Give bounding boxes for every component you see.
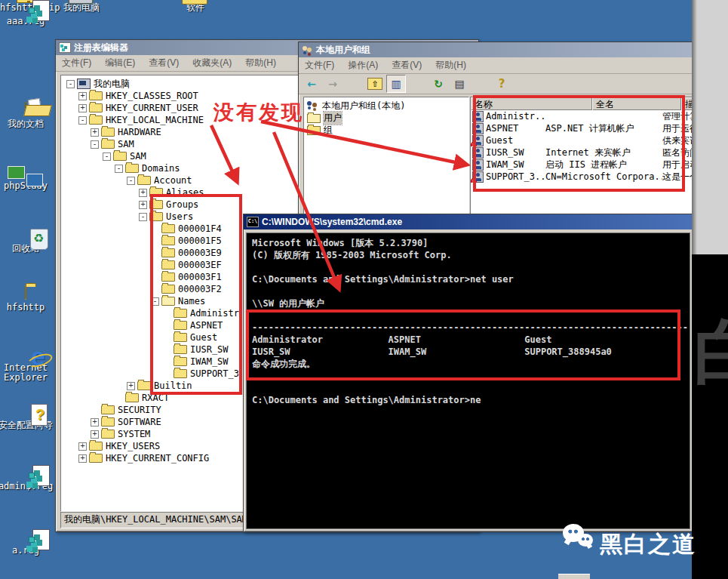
tree-expander-icon[interactable] bbox=[91, 140, 99, 149]
tree-expander-icon[interactable] bbox=[139, 189, 147, 197]
desktop-icon[interactable]: admin$.reg bbox=[0, 465, 54, 492]
tree-node-label: Domains bbox=[142, 163, 180, 174]
tree-node-icon bbox=[101, 417, 115, 427]
toolbar-button-icon[interactable] bbox=[492, 75, 511, 93]
right-edge-black-strip: 白 bbox=[692, 254, 728, 579]
menu-item[interactable]: 帮助(H) bbox=[245, 57, 276, 69]
user-icon: ✕ bbox=[472, 159, 484, 171]
menu-item[interactable]: 查看(V) bbox=[392, 59, 422, 72]
menu-item[interactable]: 操作(A) bbox=[348, 59, 378, 72]
console-tree-row[interactable]: 组 bbox=[304, 124, 468, 136]
tree-node-icon bbox=[89, 115, 103, 125]
tree-node-icon bbox=[174, 321, 187, 330]
tree-expander-icon[interactable] bbox=[103, 152, 111, 161]
toolbar-button-icon[interactable] bbox=[407, 75, 427, 93]
tree-indent bbox=[64, 144, 88, 145]
tree-node-label: SECURITY bbox=[118, 405, 161, 415]
tree-expander-icon[interactable] bbox=[78, 104, 87, 112]
desktop-icon-label: hfshttp bbox=[7, 303, 45, 313]
tree-node-icon bbox=[89, 103, 103, 112]
cmd-window: C:\ C:\WINDOWS\system32\cmd.exe Microsof… bbox=[243, 214, 693, 532]
tree-indent bbox=[64, 96, 76, 97]
tree-indent bbox=[64, 192, 137, 193]
tree-node-label: Builtin bbox=[154, 380, 192, 391]
tree-node-label: Users bbox=[166, 211, 193, 222]
user-fullname: Internet 来宾帐户 bbox=[545, 146, 662, 159]
tree-node-label: SAM bbox=[130, 151, 146, 162]
user-list-row[interactable]: ✕IUSR_SW Internet 来宾帐户 匿名访问 bbox=[471, 146, 704, 159]
tree-indent bbox=[64, 434, 88, 435]
tree-expander-icon[interactable] bbox=[127, 177, 135, 185]
desktop-icon-art bbox=[68, 0, 94, 5]
toolbar-button-icon[interactable] bbox=[344, 75, 364, 93]
desktop-icon[interactable]: 软件 bbox=[149, 0, 241, 23]
tree-expander-icon[interactable] bbox=[78, 454, 87, 463]
tree-node-label: 000003F1 bbox=[178, 272, 222, 282]
tree-expander-icon[interactable] bbox=[91, 430, 99, 439]
chat-bubble-small-icon bbox=[578, 534, 593, 547]
tree-indent bbox=[64, 301, 149, 302]
lusrmgr-titlebar[interactable]: 本地用户和组 bbox=[299, 42, 706, 57]
user-list-row[interactable]: ✕SUPPORT_3... CN=Microsoft Corpora... 这是… bbox=[471, 171, 704, 183]
toolbar-button-icon[interactable] bbox=[386, 75, 406, 93]
toolbar-button-icon[interactable] bbox=[450, 75, 469, 93]
tree-expander-icon[interactable] bbox=[139, 213, 147, 221]
toolbar-button-icon[interactable] bbox=[429, 75, 448, 93]
tree-node-icon bbox=[161, 285, 175, 294]
menu-item[interactable]: 查看(V) bbox=[149, 57, 179, 69]
user-list-row[interactable]: ✕IWAM_SW 启动 IIS 进程帐户 用于启动 bbox=[471, 159, 704, 171]
tree-expander-icon[interactable] bbox=[91, 128, 99, 137]
tree-node-icon bbox=[174, 309, 187, 318]
cmd-console[interactable]: Microsoft Windows [版本 5.2.3790] (C) 版权所有… bbox=[246, 233, 690, 529]
desktop-icon[interactable]: aaa.reg bbox=[0, 0, 54, 27]
cmd-titlebar[interactable]: C:\ C:\WINDOWS\system32\cmd.exe bbox=[244, 214, 693, 229]
tree-indent bbox=[64, 180, 124, 181]
menu-item[interactable]: 文件(F) bbox=[305, 59, 334, 72]
toolbar-button-icon[interactable] bbox=[323, 75, 342, 93]
tree-node-icon bbox=[89, 442, 103, 451]
console-tree-row[interactable]: 本地用户和组(本地) bbox=[304, 100, 468, 112]
user-list-row[interactable]: ✕ASPNET ASP.NET 计算机帐户 用于运行 bbox=[471, 122, 704, 134]
desktop-icon-art bbox=[25, 102, 26, 116]
lusrmgr-title: 本地用户和组 bbox=[316, 44, 370, 57]
tree-indent bbox=[64, 446, 76, 447]
tree-indent bbox=[64, 205, 137, 205]
menu-item[interactable]: 收藏夹(A) bbox=[192, 57, 232, 69]
tree-indent bbox=[64, 229, 149, 229]
column-header[interactable]: 名称 bbox=[471, 97, 592, 110]
tree-expander-icon[interactable] bbox=[78, 116, 87, 125]
tree-expander-icon[interactable] bbox=[115, 165, 123, 173]
tree-expander-icon[interactable] bbox=[91, 418, 99, 427]
toolbar-button-icon[interactable] bbox=[302, 75, 321, 93]
tree-node-icon bbox=[89, 454, 103, 463]
desktop-icon[interactable]: 我的文档 bbox=[0, 103, 54, 130]
toolbar-button-icon[interactable] bbox=[471, 75, 490, 93]
toolbar-button-icon[interactable] bbox=[367, 78, 382, 90]
menu-item[interactable]: 帮助(H) bbox=[435, 59, 466, 72]
tree-expander-icon[interactable] bbox=[66, 80, 75, 88]
tree-node-icon bbox=[149, 212, 163, 221]
desktop-icon[interactable]: 我的电脑 bbox=[59, 0, 104, 23]
desktop-icon[interactable]: a.reg bbox=[0, 529, 54, 556]
desktop-icon[interactable]: Internet Explorer bbox=[0, 348, 54, 383]
tree-expander-icon[interactable] bbox=[127, 382, 135, 390]
column-header[interactable]: 全名 bbox=[592, 97, 681, 110]
tree-indent bbox=[64, 156, 100, 157]
tree-expander-icon[interactable] bbox=[78, 442, 87, 451]
lusrmgr-toolbar bbox=[299, 74, 706, 94]
user-list-row[interactable]: ✕Guest 供来宾访 bbox=[471, 134, 704, 146]
desktop-icon[interactable]: phpStudy bbox=[0, 165, 54, 192]
console-tree-icon bbox=[307, 126, 321, 135]
tree-node-icon bbox=[137, 176, 151, 185]
desktop-icon[interactable]: hfshttp bbox=[0, 286, 54, 313]
tree-node-icon bbox=[89, 91, 103, 100]
menu-item[interactable]: 文件(F) bbox=[62, 57, 91, 69]
console-tree-row[interactable]: 用户 bbox=[304, 112, 468, 124]
tree-expander-icon[interactable] bbox=[78, 92, 87, 100]
menu-item[interactable]: 编辑(E) bbox=[105, 57, 135, 69]
user-list-row[interactable]: ✕Administr... 管理计算 bbox=[471, 110, 704, 122]
desktop-icon[interactable]: 安全配置向导 bbox=[0, 404, 54, 431]
desktop-icon[interactable]: 回收站 bbox=[0, 227, 54, 254]
tree-expander-icon[interactable] bbox=[151, 297, 159, 306]
tree-expander-icon[interactable] bbox=[139, 201, 147, 209]
